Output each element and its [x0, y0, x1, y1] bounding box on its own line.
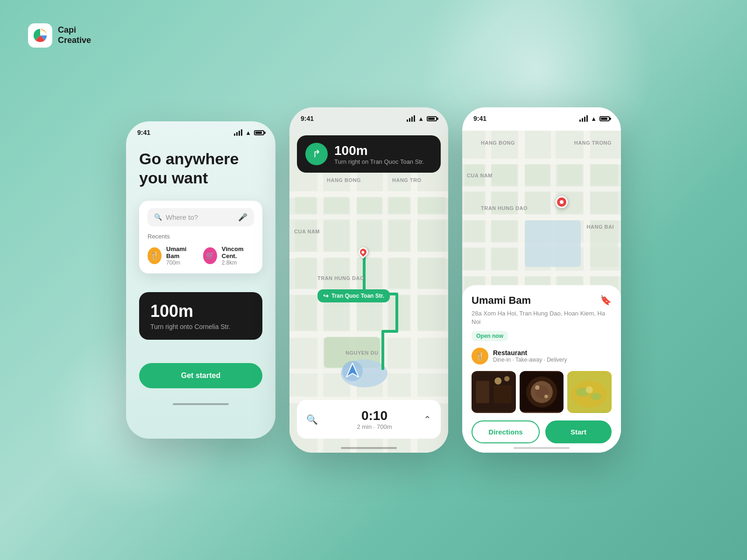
map-bottom-bar[interactable]: 🔍 0:10 2 min · 700m ⌃	[297, 400, 441, 439]
svg-point-82	[591, 393, 602, 400]
map-label-tran-hung-dao-2: TRAN HUNG DAO	[317, 275, 364, 281]
recents-label: Recents	[148, 233, 254, 240]
map-time-info: 0:10 2 min · 700m	[325, 408, 423, 430]
recent-1-info: Umami Bam 700m	[166, 245, 196, 266]
svg-rect-22	[295, 258, 317, 288]
search-box[interactable]: 🔍 Where to? 🎤 Recents 🍴 Umami Bam 700m �	[139, 201, 262, 273]
svg-rect-2	[289, 215, 448, 219]
place-name: Umami Bam	[472, 294, 531, 307]
expand-icon[interactable]: ⌃	[423, 414, 431, 425]
svg-rect-27	[295, 295, 317, 330]
get-started-button[interactable]: Get started	[139, 363, 262, 388]
recent-item-1[interactable]: 🍴 Umami Bam 700m	[148, 245, 196, 266]
recent-items: 🍴 Umami Bam 700m 🛒 Vincom Cent. 2.8km	[148, 245, 254, 266]
recent-icon-shop: 🛒	[203, 247, 217, 264]
photo-strip	[472, 371, 612, 413]
search-input-row[interactable]: 🔍 Where to? 🎤	[148, 208, 254, 226]
svg-rect-30	[388, 295, 410, 330]
svg-point-78	[544, 395, 548, 399]
svg-rect-14	[357, 197, 382, 214]
nav-street: Turn right on Tran Quoc Toan Str.	[334, 158, 424, 165]
brand-name-line1: Capi	[58, 25, 91, 35]
svg-rect-24	[357, 258, 382, 288]
photo-2	[520, 371, 564, 413]
phone-1: 9:41 ▲ Go anywhere you want	[126, 121, 275, 439]
svg-rect-70	[493, 385, 511, 403]
map-label-hang-tro-2: HANG TRO	[392, 177, 422, 183]
phone1-content: Go anywhere you want 🔍 Where to? 🎤 Recen…	[126, 140, 275, 398]
svg-rect-5	[289, 331, 448, 338]
home-indicator-1	[173, 403, 229, 405]
time-1: 9:41	[137, 129, 150, 136]
svg-rect-18	[324, 220, 349, 251]
brand-logo	[28, 23, 52, 48]
map-label-cua-nam-3: CUA NAM	[467, 173, 493, 178]
location-pin-2	[359, 247, 368, 257]
map-label-hang-bai-3: HANG BAI	[587, 224, 614, 230]
svg-point-80	[572, 381, 607, 407]
svg-rect-54	[525, 192, 550, 214]
recent-1-name: Umami Bam	[166, 245, 196, 259]
status-bar-1: 9:41 ▲	[126, 121, 275, 140]
category-name: Restaurant	[493, 349, 567, 357]
recent-item-2[interactable]: 🛒 Vincom Cent. 2.8km	[203, 245, 254, 266]
place-card-top: Umami Bam 🔖	[472, 294, 612, 307]
nav-dist-big: 100m	[334, 143, 424, 158]
svg-rect-51	[590, 164, 618, 186]
route-label-bubble: ↪ Tran Quoc Toan Str.	[317, 289, 390, 302]
recent-icon-restaurant: 🍴	[148, 247, 162, 264]
nav-arrow-circle: ↱	[305, 143, 328, 165]
time-3: 9:41	[473, 115, 486, 122]
map-label-hang-bong-3: HANG BONG	[481, 140, 515, 146]
svg-rect-3	[289, 252, 448, 259]
recent-2-dist: 2.8km	[222, 259, 254, 266]
nav-cursor	[341, 359, 364, 385]
map-top-section-3: HANG BONG HANG TRONG CUA NAM TRAN HUNG D…	[462, 131, 621, 308]
category-icon: 🍴	[472, 348, 488, 364]
svg-rect-44	[518, 131, 525, 308]
photo-1	[472, 371, 516, 413]
start-button[interactable]: Start	[545, 420, 612, 443]
signal-icon-1	[234, 129, 242, 136]
svg-point-83	[586, 386, 593, 393]
photo-3	[567, 371, 612, 413]
status-bar-2: 9:41 ▲	[289, 107, 448, 126]
svg-point-77	[535, 385, 539, 390]
nav-header-2: ↱ 100m Turn right on Tran Quoc Toan Str.	[297, 135, 441, 173]
place-card: Umami Bam 🔖 28a Xom Ha Hoi, Tran Hung Da…	[462, 285, 621, 453]
map-label-hang-trong-3: HANG TRONG	[574, 140, 612, 146]
wifi-icon-2: ▲	[418, 115, 424, 122]
svg-rect-61	[491, 248, 517, 270]
phone-2: 9:41 ▲	[289, 107, 448, 453]
svg-point-71	[494, 378, 501, 385]
mic-icon[interactable]: 🎤	[238, 213, 247, 222]
directions-button[interactable]: Directions	[472, 420, 540, 443]
category-tags: Dine-in · Take-away · Delivery	[493, 357, 567, 363]
svg-rect-58	[491, 220, 517, 242]
bookmark-icon[interactable]: 🔖	[600, 294, 612, 306]
svg-rect-13	[324, 197, 349, 214]
category-row: 🍴 Restaurant Dine-in · Take-away · Deliv…	[472, 348, 612, 364]
location-pin-3	[556, 196, 568, 208]
svg-rect-43	[486, 131, 491, 308]
map-search-icon[interactable]: 🔍	[306, 414, 318, 425]
nav-instruction-1: Turn right onto Cornelia Str.	[150, 323, 251, 330]
battery-icon-3	[599, 116, 610, 121]
nav-banner: 100m Turn right onto Cornelia Str.	[139, 292, 262, 340]
map-label-hang-bong-2: HANG BONG	[327, 177, 361, 183]
map-meta: 2 min · 700m	[325, 423, 423, 430]
brand-logo-area: Capi Creative	[28, 23, 91, 48]
battery-icon-1	[254, 130, 264, 135]
svg-rect-1	[289, 191, 448, 198]
svg-rect-25	[388, 258, 410, 288]
wifi-icon-1: ▲	[245, 129, 251, 136]
phones-container: 9:41 ▲ Go anywhere you want	[126, 107, 621, 453]
svg-rect-48	[491, 164, 517, 186]
svg-rect-49	[525, 164, 550, 186]
svg-rect-19	[357, 220, 382, 251]
status-icons-3: ▲	[579, 115, 610, 122]
map-time: 0:10	[325, 408, 423, 423]
svg-point-72	[504, 376, 509, 381]
status-icons-2: ▲	[407, 115, 437, 122]
home-indicator-2	[341, 447, 397, 449]
